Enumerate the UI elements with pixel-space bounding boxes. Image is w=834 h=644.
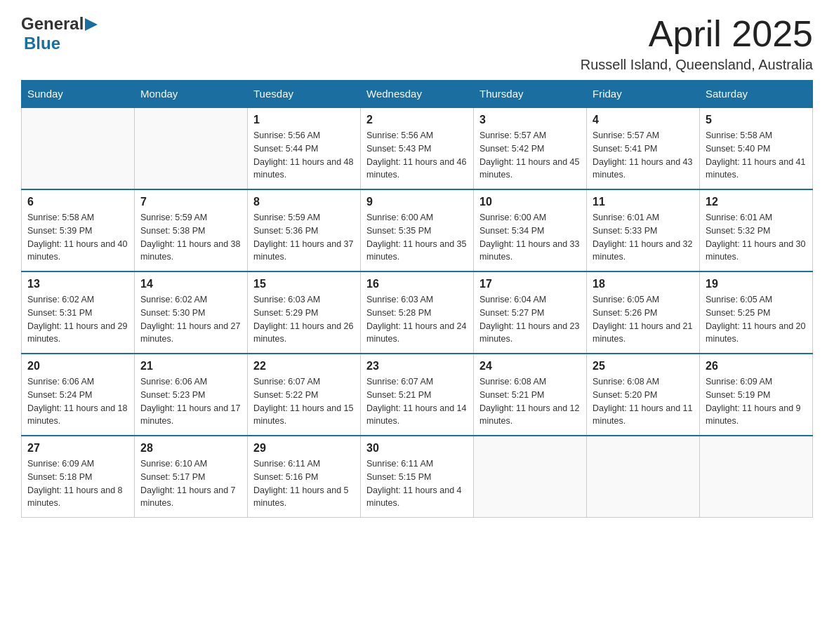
- calendar-cell: [700, 436, 813, 518]
- calendar-cell: [587, 436, 700, 518]
- calendar-header-thursday: Thursday: [474, 81, 587, 108]
- day-number: 18: [593, 278, 694, 290]
- calendar-cell: 25Sunrise: 6:08 AMSunset: 5:20 PMDayligh…: [587, 354, 700, 436]
- calendar-week-3: 13Sunrise: 6:02 AMSunset: 5:31 PMDayligh…: [22, 271, 813, 354]
- sun-info: Sunrise: 6:09 AMSunset: 5:18 PMDaylight:…: [27, 457, 128, 510]
- sun-info: Sunrise: 6:05 AMSunset: 5:25 PMDaylight:…: [706, 293, 807, 346]
- sun-info: Sunrise: 6:07 AMSunset: 5:21 PMDaylight:…: [366, 375, 468, 428]
- day-number: 25: [593, 360, 694, 373]
- day-number: 9: [366, 196, 468, 208]
- calendar-cell: 15Sunrise: 6:03 AMSunset: 5:29 PMDayligh…: [248, 271, 361, 354]
- sun-info: Sunrise: 6:06 AMSunset: 5:23 PMDaylight:…: [140, 375, 241, 428]
- day-number: 20: [27, 360, 128, 373]
- day-number: 8: [253, 196, 355, 208]
- sun-info: Sunrise: 6:03 AMSunset: 5:29 PMDaylight:…: [253, 293, 355, 346]
- day-number: 22: [253, 360, 355, 373]
- day-number: 5: [706, 114, 807, 126]
- svg-marker-0: [85, 18, 98, 31]
- calendar-cell: 17Sunrise: 6:04 AMSunset: 5:27 PMDayligh…: [474, 271, 587, 354]
- day-number: 13: [27, 278, 128, 290]
- calendar-cell: 4Sunrise: 5:57 AMSunset: 5:41 PMDaylight…: [587, 107, 700, 189]
- calendar-cell: 18Sunrise: 6:05 AMSunset: 5:26 PMDayligh…: [587, 271, 700, 354]
- sun-info: Sunrise: 5:58 AMSunset: 5:39 PMDaylight:…: [27, 211, 128, 264]
- day-number: 11: [593, 196, 694, 208]
- calendar-cell: 20Sunrise: 6:06 AMSunset: 5:24 PMDayligh…: [22, 354, 135, 436]
- sun-info: Sunrise: 5:57 AMSunset: 5:41 PMDaylight:…: [593, 129, 694, 182]
- sun-info: Sunrise: 6:08 AMSunset: 5:20 PMDaylight:…: [593, 375, 694, 428]
- sun-info: Sunrise: 6:08 AMSunset: 5:21 PMDaylight:…: [479, 375, 581, 428]
- day-number: 19: [706, 278, 807, 290]
- calendar-cell: [22, 107, 135, 189]
- calendar-cell: 9Sunrise: 6:00 AMSunset: 5:35 PMDaylight…: [361, 189, 474, 271]
- day-number: 1: [253, 114, 355, 126]
- calendar-cell: 30Sunrise: 6:11 AMSunset: 5:15 PMDayligh…: [361, 436, 474, 518]
- day-number: 29: [253, 442, 355, 455]
- day-number: 14: [140, 278, 241, 290]
- calendar-header-row: SundayMondayTuesdayWednesdayThursdayFrid…: [22, 81, 813, 108]
- logo-general-text: General: [21, 14, 84, 34]
- calendar-header-sunday: Sunday: [22, 81, 135, 108]
- day-number: 2: [366, 114, 468, 126]
- sun-info: Sunrise: 5:56 AMSunset: 5:44 PMDaylight:…: [253, 129, 355, 182]
- calendar-header-tuesday: Tuesday: [248, 81, 361, 108]
- calendar-cell: 2Sunrise: 5:56 AMSunset: 5:43 PMDaylight…: [361, 107, 474, 189]
- day-number: 12: [706, 196, 807, 208]
- calendar-cell: 21Sunrise: 6:06 AMSunset: 5:23 PMDayligh…: [135, 354, 248, 436]
- day-number: 21: [140, 360, 241, 373]
- calendar-cell: [135, 107, 248, 189]
- calendar-cell: 14Sunrise: 6:02 AMSunset: 5:30 PMDayligh…: [135, 271, 248, 354]
- day-number: 28: [140, 442, 241, 455]
- logo-arrow-icon: [85, 18, 100, 31]
- calendar-cell: 12Sunrise: 6:01 AMSunset: 5:32 PMDayligh…: [700, 189, 813, 271]
- day-number: 3: [479, 114, 581, 126]
- sun-info: Sunrise: 6:02 AMSunset: 5:30 PMDaylight:…: [140, 293, 241, 346]
- sun-info: Sunrise: 6:05 AMSunset: 5:26 PMDaylight:…: [593, 293, 694, 346]
- calendar-cell: 29Sunrise: 6:11 AMSunset: 5:16 PMDayligh…: [248, 436, 361, 518]
- calendar-week-2: 6Sunrise: 5:58 AMSunset: 5:39 PMDaylight…: [22, 189, 813, 271]
- calendar-table: SundayMondayTuesdayWednesdayThursdayFrid…: [21, 80, 813, 518]
- day-number: 16: [366, 278, 468, 290]
- calendar-week-1: 1Sunrise: 5:56 AMSunset: 5:44 PMDaylight…: [22, 107, 813, 189]
- sun-info: Sunrise: 6:00 AMSunset: 5:34 PMDaylight:…: [479, 211, 581, 264]
- day-number: 23: [366, 360, 468, 373]
- calendar-cell: 28Sunrise: 6:10 AMSunset: 5:17 PMDayligh…: [135, 436, 248, 518]
- sun-info: Sunrise: 6:04 AMSunset: 5:27 PMDaylight:…: [479, 293, 581, 346]
- calendar-cell: 8Sunrise: 5:59 AMSunset: 5:36 PMDaylight…: [248, 189, 361, 271]
- sun-info: Sunrise: 6:03 AMSunset: 5:28 PMDaylight:…: [366, 293, 468, 346]
- calendar-cell: 7Sunrise: 5:59 AMSunset: 5:38 PMDaylight…: [135, 189, 248, 271]
- calendar-cell: 11Sunrise: 6:01 AMSunset: 5:33 PMDayligh…: [587, 189, 700, 271]
- calendar-cell: 3Sunrise: 5:57 AMSunset: 5:42 PMDaylight…: [474, 107, 587, 189]
- calendar-week-5: 27Sunrise: 6:09 AMSunset: 5:18 PMDayligh…: [22, 436, 813, 518]
- sun-info: Sunrise: 6:00 AMSunset: 5:35 PMDaylight:…: [366, 211, 468, 264]
- day-number: 7: [140, 196, 241, 208]
- sun-info: Sunrise: 6:07 AMSunset: 5:22 PMDaylight:…: [253, 375, 355, 428]
- calendar-cell: 13Sunrise: 6:02 AMSunset: 5:31 PMDayligh…: [22, 271, 135, 354]
- calendar-cell: 19Sunrise: 6:05 AMSunset: 5:25 PMDayligh…: [700, 271, 813, 354]
- calendar-cell: 16Sunrise: 6:03 AMSunset: 5:28 PMDayligh…: [361, 271, 474, 354]
- sun-info: Sunrise: 6:06 AMSunset: 5:24 PMDaylight:…: [27, 375, 128, 428]
- calendar-header-friday: Friday: [587, 81, 700, 108]
- calendar-header-monday: Monday: [135, 81, 248, 108]
- page-header: General Blue April 2025 Russell Island, …: [21, 14, 813, 73]
- sun-info: Sunrise: 6:11 AMSunset: 5:16 PMDaylight:…: [253, 457, 355, 510]
- day-number: 15: [253, 278, 355, 290]
- sun-info: Sunrise: 5:57 AMSunset: 5:42 PMDaylight:…: [479, 129, 581, 182]
- sun-info: Sunrise: 6:01 AMSunset: 5:33 PMDaylight:…: [593, 211, 694, 264]
- location-subtitle: Russell Island, Queensland, Australia: [581, 57, 813, 73]
- day-number: 30: [366, 442, 468, 455]
- sun-info: Sunrise: 6:09 AMSunset: 5:19 PMDaylight:…: [706, 375, 807, 428]
- sun-info: Sunrise: 6:10 AMSunset: 5:17 PMDaylight:…: [140, 457, 241, 510]
- calendar-cell: 22Sunrise: 6:07 AMSunset: 5:22 PMDayligh…: [248, 354, 361, 436]
- title-block: April 2025 Russell Island, Queensland, A…: [581, 14, 813, 73]
- day-number: 26: [706, 360, 807, 373]
- sun-info: Sunrise: 5:56 AMSunset: 5:43 PMDaylight:…: [366, 129, 468, 182]
- logo-blue-text: Blue: [24, 34, 60, 53]
- sun-info: Sunrise: 5:59 AMSunset: 5:36 PMDaylight:…: [253, 211, 355, 264]
- day-number: 10: [479, 196, 581, 208]
- calendar-header-saturday: Saturday: [700, 81, 813, 108]
- day-number: 17: [479, 278, 581, 290]
- month-year-title: April 2025: [581, 14, 813, 54]
- day-number: 4: [593, 114, 694, 126]
- calendar-cell: 23Sunrise: 6:07 AMSunset: 5:21 PMDayligh…: [361, 354, 474, 436]
- calendar-header-wednesday: Wednesday: [361, 81, 474, 108]
